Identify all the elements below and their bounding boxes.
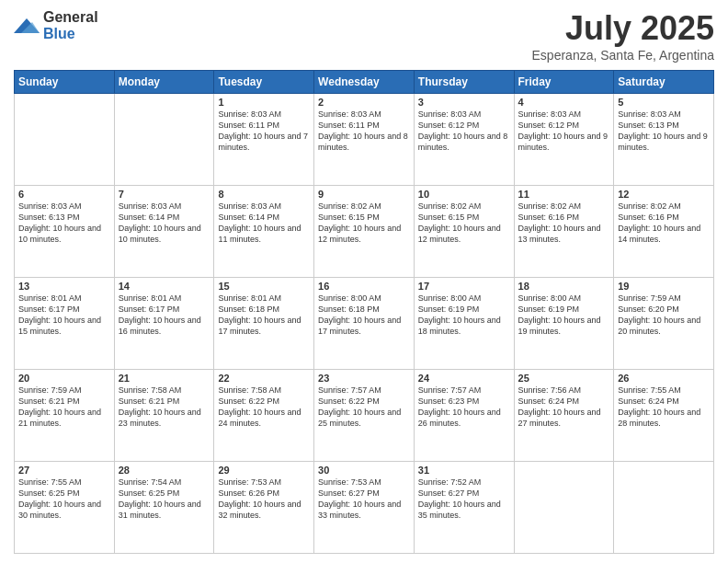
calendar-cell: 15Sunrise: 8:01 AM Sunset: 6:18 PM Dayli… [214,278,314,370]
day-info: Sunrise: 7:59 AM Sunset: 6:20 PM Dayligh… [618,293,710,338]
day-info: Sunrise: 8:02 AM Sunset: 6:15 PM Dayligh… [418,201,510,246]
day-info: Sunrise: 7:59 AM Sunset: 6:21 PM Dayligh… [18,385,110,430]
day-info: Sunrise: 7:52 AM Sunset: 6:27 PM Dayligh… [418,477,510,522]
day-info: Sunrise: 8:00 AM Sunset: 6:19 PM Dayligh… [418,293,510,338]
calendar-cell: 10Sunrise: 8:02 AM Sunset: 6:15 PM Dayli… [414,186,514,278]
calendar-cell: 1Sunrise: 8:03 AM Sunset: 6:11 PM Daylig… [214,94,314,186]
logo: General Blue [14,9,98,41]
day-info: Sunrise: 8:01 AM Sunset: 6:18 PM Dayligh… [218,293,310,338]
day-info: Sunrise: 7:56 AM Sunset: 6:24 PM Dayligh… [518,385,610,430]
day-info: Sunrise: 8:03 AM Sunset: 6:12 PM Dayligh… [418,109,510,154]
day-number: 18 [518,281,610,292]
calendar-cell: 11Sunrise: 8:02 AM Sunset: 6:16 PM Dayli… [514,186,614,278]
calendar-table: SundayMondayTuesdayWednesdayThursdayFrid… [14,70,714,554]
day-info: Sunrise: 7:57 AM Sunset: 6:23 PM Dayligh… [418,385,510,430]
calendar-cell: 28Sunrise: 7:54 AM Sunset: 6:25 PM Dayli… [114,462,214,554]
day-number: 31 [418,465,510,476]
calendar-cell: 22Sunrise: 7:58 AM Sunset: 6:22 PM Dayli… [214,370,314,462]
day-number: 26 [618,373,710,384]
day-number: 19 [618,281,710,292]
calendar-cell [514,462,614,554]
weekday-saturday: Saturday [614,71,714,94]
calendar-cell: 7Sunrise: 8:03 AM Sunset: 6:14 PM Daylig… [114,186,214,278]
day-number: 15 [218,281,310,292]
day-number: 22 [218,373,310,384]
day-info: Sunrise: 7:53 AM Sunset: 6:27 PM Dayligh… [318,477,410,522]
calendar-cell: 24Sunrise: 7:57 AM Sunset: 6:23 PM Dayli… [414,370,514,462]
title-block: July 2025 Esperanza, Santa Fe, Argentina [532,9,714,63]
calendar-cell: 20Sunrise: 7:59 AM Sunset: 6:21 PM Dayli… [15,370,115,462]
day-info: Sunrise: 8:03 AM Sunset: 6:14 PM Dayligh… [119,201,210,246]
calendar-cell: 16Sunrise: 8:00 AM Sunset: 6:18 PM Dayli… [314,278,415,370]
day-number: 17 [418,281,510,292]
day-info: Sunrise: 7:53 AM Sunset: 6:26 PM Dayligh… [218,477,310,522]
calendar-cell: 21Sunrise: 7:58 AM Sunset: 6:21 PM Dayli… [114,370,214,462]
calendar-cell: 18Sunrise: 8:00 AM Sunset: 6:19 PM Dayli… [514,278,614,370]
day-info: Sunrise: 7:54 AM Sunset: 6:25 PM Dayligh… [119,477,210,522]
calendar-cell [614,462,714,554]
calendar-cell: 9Sunrise: 8:02 AM Sunset: 6:15 PM Daylig… [314,186,415,278]
logo-general: General [43,9,98,26]
main-title: July 2025 [532,9,714,48]
day-number: 4 [518,97,610,108]
day-number: 14 [119,281,210,292]
week-row-4: 20Sunrise: 7:59 AM Sunset: 6:21 PM Dayli… [15,370,714,462]
day-info: Sunrise: 7:58 AM Sunset: 6:21 PM Dayligh… [119,385,210,430]
calendar-cell: 2Sunrise: 8:03 AM Sunset: 6:11 PM Daylig… [314,94,415,186]
day-info: Sunrise: 8:01 AM Sunset: 6:17 PM Dayligh… [18,293,110,338]
day-info: Sunrise: 8:02 AM Sunset: 6:15 PM Dayligh… [318,201,410,246]
calendar-cell: 8Sunrise: 8:03 AM Sunset: 6:14 PM Daylig… [214,186,314,278]
day-info: Sunrise: 8:03 AM Sunset: 6:13 PM Dayligh… [618,109,710,154]
day-number: 30 [318,465,410,476]
calendar-cell: 30Sunrise: 7:53 AM Sunset: 6:27 PM Dayli… [314,462,415,554]
week-row-3: 13Sunrise: 8:01 AM Sunset: 6:17 PM Dayli… [15,278,714,370]
calendar-cell: 26Sunrise: 7:55 AM Sunset: 6:24 PM Dayli… [614,370,714,462]
calendar-cell: 5Sunrise: 8:03 AM Sunset: 6:13 PM Daylig… [614,94,714,186]
day-number: 29 [218,465,310,476]
day-number: 20 [18,373,110,384]
day-number: 5 [618,97,710,108]
day-number: 27 [18,465,110,476]
day-info: Sunrise: 8:03 AM Sunset: 6:11 PM Dayligh… [318,109,410,154]
calendar-cell: 27Sunrise: 7:55 AM Sunset: 6:25 PM Dayli… [15,462,115,554]
day-info: Sunrise: 8:03 AM Sunset: 6:11 PM Dayligh… [218,109,310,154]
logo-icon [14,15,40,37]
calendar-cell: 14Sunrise: 8:01 AM Sunset: 6:17 PM Dayli… [114,278,214,370]
day-number: 24 [418,373,510,384]
day-info: Sunrise: 8:03 AM Sunset: 6:12 PM Dayligh… [518,109,610,154]
week-row-2: 6Sunrise: 8:03 AM Sunset: 6:13 PM Daylig… [15,186,714,278]
calendar-cell: 19Sunrise: 7:59 AM Sunset: 6:20 PM Dayli… [614,278,714,370]
day-info: Sunrise: 8:03 AM Sunset: 6:13 PM Dayligh… [18,201,110,246]
calendar-cell: 23Sunrise: 7:57 AM Sunset: 6:22 PM Dayli… [314,370,415,462]
day-info: Sunrise: 8:00 AM Sunset: 6:18 PM Dayligh… [318,293,410,338]
calendar-cell: 13Sunrise: 8:01 AM Sunset: 6:17 PM Dayli… [15,278,115,370]
day-number: 6 [18,189,110,200]
weekday-wednesday: Wednesday [314,71,415,94]
calendar-cell: 6Sunrise: 8:03 AM Sunset: 6:13 PM Daylig… [15,186,115,278]
weekday-header-row: SundayMondayTuesdayWednesdayThursdayFrid… [15,71,714,94]
weekday-monday: Monday [114,71,214,94]
day-info: Sunrise: 8:01 AM Sunset: 6:17 PM Dayligh… [119,293,210,338]
calendar-cell [114,94,214,186]
day-info: Sunrise: 8:02 AM Sunset: 6:16 PM Dayligh… [618,201,710,246]
page-header: General Blue July 2025 Esperanza, Santa … [14,9,714,63]
day-number: 23 [318,373,410,384]
week-row-5: 27Sunrise: 7:55 AM Sunset: 6:25 PM Dayli… [15,462,714,554]
calendar-cell: 31Sunrise: 7:52 AM Sunset: 6:27 PM Dayli… [414,462,514,554]
day-number: 16 [318,281,410,292]
day-info: Sunrise: 7:58 AM Sunset: 6:22 PM Dayligh… [218,385,310,430]
calendar-cell: 12Sunrise: 8:02 AM Sunset: 6:16 PM Dayli… [614,186,714,278]
day-number: 13 [18,281,110,292]
calendar-cell [15,94,115,186]
calendar-cell: 25Sunrise: 7:56 AM Sunset: 6:24 PM Dayli… [514,370,614,462]
weekday-tuesday: Tuesday [214,71,314,94]
day-number: 8 [218,189,310,200]
day-number: 25 [518,373,610,384]
weekday-friday: Friday [514,71,614,94]
calendar-cell: 3Sunrise: 8:03 AM Sunset: 6:12 PM Daylig… [414,94,514,186]
calendar-cell: 4Sunrise: 8:03 AM Sunset: 6:12 PM Daylig… [514,94,614,186]
day-number: 2 [318,97,410,108]
weekday-thursday: Thursday [414,71,514,94]
day-info: Sunrise: 8:02 AM Sunset: 6:16 PM Dayligh… [518,201,610,246]
week-row-1: 1Sunrise: 8:03 AM Sunset: 6:11 PM Daylig… [15,94,714,186]
